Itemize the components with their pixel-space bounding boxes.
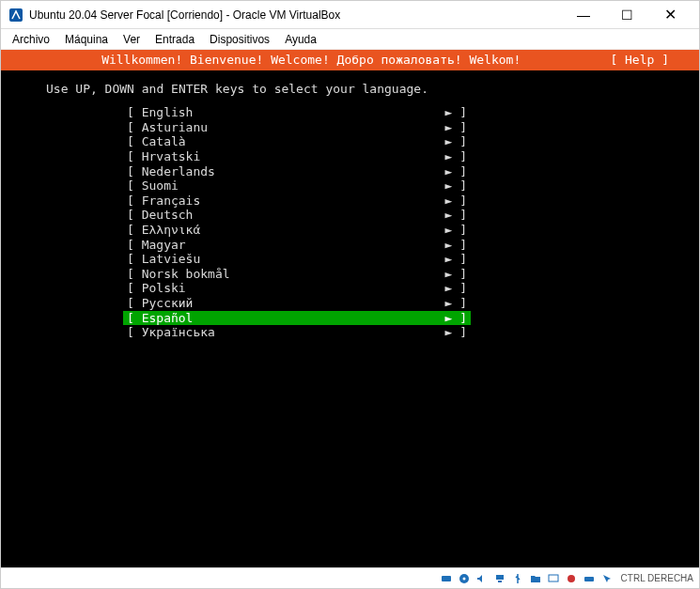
language-option[interactable]: [ Suomi► ] bbox=[123, 178, 471, 194]
svg-rect-5 bbox=[498, 581, 502, 582]
language-name: Français bbox=[142, 194, 445, 209]
svg-rect-6 bbox=[549, 575, 558, 581]
chevron-right-icon: ► ] bbox=[445, 238, 467, 253]
menu-ver[interactable]: Ver bbox=[116, 31, 148, 48]
svg-rect-4 bbox=[496, 575, 504, 580]
svg-point-7 bbox=[568, 575, 575, 582]
installer-banner: Willkommen! Bienvenue! Welcome! Добро по… bbox=[1, 50, 699, 70]
language-option[interactable]: [ Hrvatski► ] bbox=[123, 149, 471, 164]
window-title: Ubuntu 20.04 Server Focal [Corriendo] - … bbox=[29, 8, 562, 22]
virtualbox-icon bbox=[8, 8, 23, 23]
chevron-right-icon: ► ] bbox=[445, 267, 467, 282]
language-option[interactable]: [ Català► ] bbox=[123, 134, 471, 149]
chevron-right-icon: ► ] bbox=[445, 149, 467, 164]
language-name: Magyar bbox=[142, 238, 445, 253]
chevron-right-icon: ► ] bbox=[445, 105, 467, 120]
statusbar: CTRL DERECHA bbox=[1, 567, 699, 588]
display-icon[interactable] bbox=[546, 571, 561, 586]
language-option[interactable]: [ Українська► ] bbox=[123, 325, 471, 340]
menu-dispositivos[interactable]: Dispositivos bbox=[202, 31, 277, 48]
mouse-icon[interactable] bbox=[599, 571, 614, 586]
svg-rect-8 bbox=[584, 577, 594, 581]
language-option[interactable]: [ Ελληνικά► ] bbox=[123, 223, 471, 238]
language-option[interactable]: [ Nederlands► ] bbox=[123, 164, 471, 179]
language-name: Català bbox=[142, 134, 445, 149]
language-name: Latviešu bbox=[142, 252, 445, 267]
language-option[interactable]: [ Magyar► ] bbox=[123, 238, 471, 253]
menubar: Archivo Máquina Ver Entrada Dispositivos… bbox=[1, 29, 699, 50]
close-button[interactable]: ✕ bbox=[648, 1, 692, 29]
language-name: Polski bbox=[142, 281, 445, 296]
language-name: Norsk bokmål bbox=[142, 267, 445, 282]
menu-entrada[interactable]: Entrada bbox=[148, 31, 202, 48]
menu-archivo[interactable]: Archivo bbox=[5, 31, 57, 48]
language-name: Русский bbox=[142, 296, 445, 311]
language-name: Español bbox=[142, 311, 445, 326]
network-icon[interactable] bbox=[492, 571, 507, 586]
language-name: Українська bbox=[142, 325, 445, 340]
language-option[interactable]: [ Deutsch► ] bbox=[123, 208, 471, 223]
host-key-label: CTRL DERECHA bbox=[621, 573, 693, 583]
audio-icon[interactable] bbox=[474, 571, 490, 586]
language-name: Deutsch bbox=[142, 208, 445, 223]
language-name: Asturianu bbox=[142, 120, 445, 135]
vm-console[interactable]: Willkommen! Bienvenue! Welcome! Добро по… bbox=[1, 50, 699, 567]
svg-rect-1 bbox=[442, 576, 451, 581]
language-name: Hrvatski bbox=[142, 149, 445, 164]
recording-icon[interactable] bbox=[564, 571, 579, 586]
chevron-right-icon: ► ] bbox=[445, 223, 467, 238]
chevron-right-icon: ► ] bbox=[445, 194, 467, 209]
disk-icon[interactable] bbox=[439, 571, 454, 586]
shared-folder-icon[interactable] bbox=[528, 571, 543, 586]
language-name: Suomi bbox=[142, 178, 445, 194]
maximize-button[interactable]: ☐ bbox=[605, 1, 648, 29]
menu-ayuda[interactable]: Ayuda bbox=[277, 31, 324, 48]
minimize-button[interactable]: — bbox=[562, 1, 605, 29]
language-name: Ελληνικά bbox=[142, 223, 445, 238]
optical-icon[interactable] bbox=[457, 571, 472, 586]
language-list: [ English► ][ Asturianu► ][ Català► ][ H… bbox=[123, 105, 471, 340]
virtualbox-window: Ubuntu 20.04 Server Focal [Corriendo] - … bbox=[0, 0, 700, 589]
chevron-right-icon: ► ] bbox=[445, 178, 467, 194]
chevron-right-icon: ► ] bbox=[445, 296, 467, 311]
usb-icon[interactable] bbox=[510, 571, 525, 586]
language-option[interactable]: [ Polski► ] bbox=[123, 281, 471, 296]
chevron-right-icon: ► ] bbox=[445, 164, 467, 179]
installer-body: Use UP, DOWN and ENTER keys to select yo… bbox=[1, 70, 699, 351]
language-option[interactable]: [ Asturianu► ] bbox=[123, 120, 471, 135]
svg-point-3 bbox=[462, 577, 465, 580]
language-name: English bbox=[142, 105, 445, 120]
welcome-text: Willkommen! Bienvenue! Welcome! Добро по… bbox=[12, 53, 610, 68]
keyboard-icon[interactable] bbox=[582, 571, 597, 586]
language-name: Nederlands bbox=[142, 164, 445, 179]
chevron-right-icon: ► ] bbox=[445, 252, 467, 267]
language-option[interactable]: [ Русский► ] bbox=[123, 296, 471, 311]
instruction-text: Use UP, DOWN and ENTER keys to select yo… bbox=[46, 82, 673, 97]
help-button[interactable]: [ Help ] bbox=[610, 53, 688, 68]
language-option[interactable]: [ English► ] bbox=[123, 105, 471, 120]
language-option[interactable]: [ Norsk bokmål► ] bbox=[123, 267, 471, 282]
window-titlebar: Ubuntu 20.04 Server Focal [Corriendo] - … bbox=[1, 1, 699, 29]
language-option[interactable]: [ Latviešu► ] bbox=[123, 252, 471, 267]
chevron-right-icon: ► ] bbox=[445, 208, 467, 223]
chevron-right-icon: ► ] bbox=[445, 281, 467, 296]
chevron-right-icon: ► ] bbox=[445, 134, 467, 149]
language-option[interactable]: [ Français► ] bbox=[123, 194, 471, 209]
chevron-right-icon: ► ] bbox=[445, 325, 467, 340]
chevron-right-icon: ► ] bbox=[445, 120, 467, 135]
language-option[interactable]: [ Español► ] bbox=[123, 311, 471, 326]
menu-maquina[interactable]: Máquina bbox=[57, 31, 116, 48]
chevron-right-icon: ► ] bbox=[445, 311, 467, 326]
